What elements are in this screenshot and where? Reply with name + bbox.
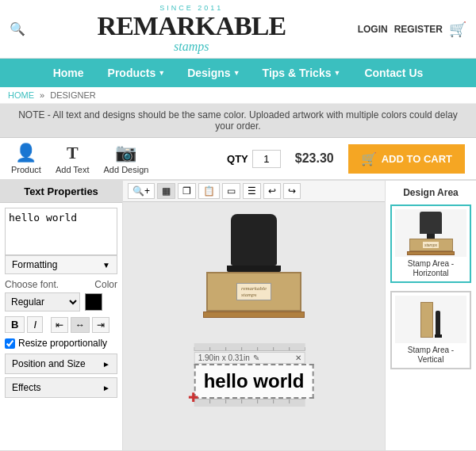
add-to-cart-label: ADD TO CART [382,153,452,165]
qty-label: QTY [227,153,248,165]
add-to-cart-button[interactable]: 🛒 ADD TO CART [348,144,465,174]
designs-dropdown-icon: ▼ [233,69,240,77]
breadcrumb: HOME » DESIGNER [0,87,476,104]
close-selection-icon[interactable]: ✕ [295,354,301,362]
canvas-area: 🔍+ ▦ ❐ 📋 ▭ ☰ ↩ ↪ remarkablestamps [123,181,385,450]
edit-dimensions-icon[interactable]: ✎ [253,354,259,362]
breadcrumb-current: DESIGNER [50,90,95,100]
stamp-handle [231,214,277,266]
product-label: Product [11,165,41,174]
formatting-chevron-icon: ▼ [102,261,110,269]
text-selection-container[interactable]: 1.90in x 0.31in ✎ ✕ hello world ✚ [194,343,314,407]
logo-stamps: stamps [25,40,358,54]
effects-button[interactable]: Effects ► [5,377,117,398]
text-input[interactable]: hello world [5,208,117,255]
top-ruler [194,343,305,351]
resize-proportionally-checkbox[interactable] [5,338,15,349]
product-icon: 👤 [15,143,36,163]
add-design-tool[interactable]: 📷 Add Design [104,143,149,174]
stamp-horizontal-label: Stamp Area - Horizontal [395,259,466,278]
left-panel: Text Properties hello world Formatting ▼… [0,181,123,450]
stamp-vertical-option[interactable]: Stamp Area - Vertical [390,291,471,369]
notice-bar: NOTE - All text and designs should be th… [0,104,476,138]
stamp-illustration: remarkablestamps [203,214,305,318]
position-size-button[interactable]: Position and Size ► [5,354,117,374]
ruler-svg [194,343,305,351]
align-left-button[interactable]: ⇤ [51,317,68,333]
header-logo: SINCE 2011 REMARKABLE stamps [25,5,358,53]
canvas-tool-square[interactable]: ▭ [222,183,240,199]
font-select[interactable]: Regular [5,292,80,311]
zoom-in-button[interactable]: 🔍+ [128,183,155,199]
breadcrumb-separator: » [40,90,44,100]
effects-label: Effects [12,382,40,393]
header: 🔍 SINCE 2011 REMARKABLE stamps LOGIN REG… [0,0,476,59]
notice-text: NOTE - All text and designs should be th… [18,109,458,132]
add-text-label: Add Text [56,165,90,174]
add-design-icon: 📷 [115,143,136,163]
dimensions-text: 1.90in x 0.31in [198,354,250,362]
login-link[interactable]: LOGIN [358,24,388,35]
qty-input[interactable] [252,150,281,168]
stamp-body: remarkablestamps [206,272,301,311]
add-text-tool[interactable]: T Add Text [56,143,90,174]
price-display: $23.30 [295,151,334,166]
position-size-chevron-icon: ► [102,360,110,369]
products-dropdown-icon: ▼ [158,69,165,77]
formatting-label: Formatting [12,259,57,270]
header-auth: LOGIN REGISTER 🛒 [358,21,466,38]
resize-handle[interactable]: ✚ [188,390,198,405]
canvas-tool-undo[interactable]: ↩ [263,183,281,199]
register-link[interactable]: REGISTER [394,24,443,35]
color-label: Color [94,279,117,290]
stamp-vertical-label: Stamp Area - Vertical [395,346,466,365]
nav-contact[interactable]: Contact Us [351,59,436,87]
designer-toolbar: 👤 Product T Add Text 📷 Add Design QTY $2… [0,138,476,181]
stamp-neck [227,266,281,272]
position-size-label: Position and Size [12,358,86,369]
formatting-button[interactable]: Formatting ▼ [5,255,117,274]
tips-dropdown-icon: ▼ [333,69,340,77]
right-panel-title: Design Area [390,187,471,198]
canvas-tool-grid[interactable]: ▦ [157,183,175,199]
bold-button[interactable]: B [5,316,25,333]
panel-title: Text Properties [0,181,122,203]
search-icon[interactable]: 🔍 [10,21,25,36]
bold-icon: B [11,319,18,331]
main-area: Text Properties hello world Formatting ▼… [0,181,476,450]
stamp-body-label: remarkablestamps [236,283,271,300]
align-right-button[interactable]: ⇥ [92,317,109,333]
effects-chevron-icon: ► [102,384,110,392]
selected-text: hello world [204,370,305,392]
canvas-tool-copy[interactable]: ❐ [178,183,196,199]
dimensions-label: 1.90in x 0.31in ✎ ✕ [194,352,305,364]
nav-products[interactable]: Products ▼ [97,59,177,87]
nav-home[interactable]: Home [40,59,97,87]
cart-button-icon: 🛒 [361,151,377,166]
canvas-toolbar: 🔍+ ▦ ❐ 📋 ▭ ☰ ↩ ↪ [123,181,385,202]
font-label: Choose font. [5,279,59,290]
product-tool[interactable]: 👤 Product [11,143,41,174]
add-design-label: Add Design [104,165,149,174]
bottom-ruler-svg [194,399,305,407]
main-nav: Home Products ▼ Designs ▼ Tips & Tricks … [0,59,476,87]
cart-icon[interactable]: 🛒 [449,21,466,38]
add-text-icon: T [67,143,79,163]
bottom-ruler [194,399,305,407]
italic-button[interactable]: I [27,316,43,333]
nav-tips[interactable]: Tips & Tricks ▼ [251,59,352,87]
nav-designs[interactable]: Designs ▼ [176,59,251,87]
align-center-button[interactable]: ↔ [71,317,90,333]
canvas-content[interactable]: remarkablestamps 1.90in x 0.31in ✎ ✕ [123,202,385,450]
stamp-horizontal-option[interactable]: stamps Stamp Area - Horizontal [390,204,471,283]
logo-text: REMARKABLE [25,13,358,40]
text-selection-box[interactable]: hello world ✚ [194,364,314,399]
color-swatch[interactable] [85,293,102,311]
right-panel: Design Area stamps Stamp Area - Horizont… [385,181,476,450]
stamp-base [203,311,305,318]
canvas-tool-paste[interactable]: 📋 [198,183,220,199]
canvas-tool-layers[interactable]: ☰ [243,183,261,199]
canvas-tool-redo[interactable]: ↪ [283,183,301,199]
stamp-vertical-thumb [395,296,466,343]
breadcrumb-home[interactable]: HOME [8,90,34,100]
